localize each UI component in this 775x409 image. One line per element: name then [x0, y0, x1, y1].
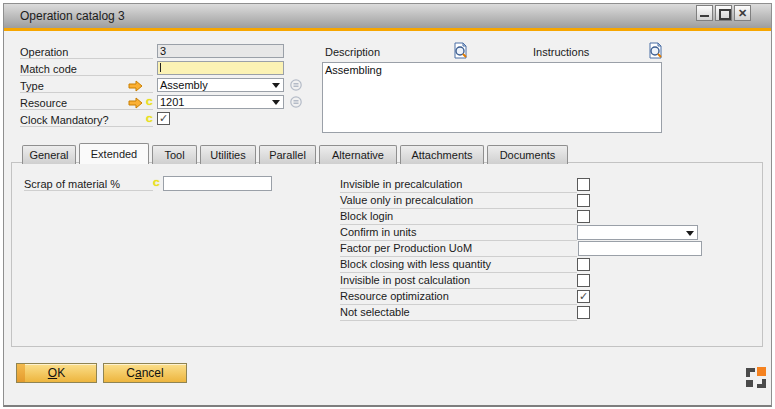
- description-label: Description: [325, 46, 380, 59]
- text-preview-icon[interactable]: [452, 42, 469, 59]
- clock-mandatory-label: Clock Mandatory?: [20, 114, 109, 127]
- extended-row: Factor per Production UoM: [340, 241, 705, 257]
- chevron-down-icon: [272, 83, 280, 88]
- extended-row: Invisible in post calculation: [340, 273, 705, 289]
- match-code-input[interactable]: [157, 61, 284, 75]
- checkbox[interactable]: [577, 178, 590, 191]
- modified-flag: C: [153, 178, 160, 188]
- window-title: Operation catalog 3: [20, 4, 125, 28]
- cancel-button[interactable]: Cancel: [103, 363, 187, 383]
- tab-tool[interactable]: Tool: [152, 145, 197, 164]
- extended-row: Value only in precalculation: [340, 193, 705, 209]
- title-bar[interactable]: Operation catalog 3: [4, 4, 771, 28]
- field-label: Invisible in post calculation: [340, 273, 577, 289]
- accent-line: [4, 28, 771, 31]
- field-label: Block closing with less quantity: [340, 257, 577, 273]
- resource-dropdown[interactable]: 1201: [157, 95, 284, 109]
- field-menu-icon[interactable]: [290, 79, 302, 91]
- beas-logo: [744, 366, 768, 390]
- tab-documents[interactable]: Documents: [487, 145, 568, 164]
- text-input[interactable]: [578, 241, 702, 256]
- maximize-button[interactable]: [715, 5, 732, 21]
- field-label: Not selectable: [340, 305, 577, 321]
- scrap-label: Scrap of material %: [24, 178, 120, 191]
- ok-button-label: OK: [48, 366, 65, 380]
- checkbox[interactable]: [577, 210, 590, 223]
- checkbox[interactable]: [577, 274, 590, 287]
- extended-row: Block login: [340, 209, 705, 225]
- field-label: Factor per Production UoM: [340, 241, 577, 257]
- ok-button[interactable]: OK: [16, 363, 97, 383]
- dropdown[interactable]: [577, 225, 698, 240]
- checkbox[interactable]: [577, 306, 590, 319]
- minimize-button[interactable]: [696, 5, 713, 21]
- field-label: Confirm in units: [340, 225, 577, 241]
- minimize-icon: [700, 15, 709, 17]
- focus-strip: [17, 364, 25, 382]
- maximize-icon: [719, 9, 731, 20]
- resource-value: 1201: [160, 96, 184, 108]
- modified-flag: C: [146, 114, 153, 124]
- tab-utilities[interactable]: Utilities: [200, 145, 256, 164]
- link-arrow-icon[interactable]: [128, 80, 143, 92]
- operation-label: Operation: [20, 46, 68, 59]
- match-code-label: Match code: [20, 63, 77, 76]
- extended-row: Block closing with less quantity: [340, 257, 705, 273]
- tab-alternative[interactable]: Alternative: [319, 145, 397, 164]
- checkbox[interactable]: [577, 194, 590, 207]
- text-preview-icon[interactable]: [647, 42, 664, 59]
- extended-row: Confirm in units: [340, 225, 705, 241]
- close-icon: ✕: [735, 6, 750, 20]
- tab-extended[interactable]: Extended: [79, 143, 149, 164]
- chevron-down-icon: [686, 231, 694, 236]
- field-label: Value only in precalculation: [340, 193, 577, 209]
- description-textarea[interactable]: Assembling: [322, 62, 662, 133]
- operation-field: [157, 44, 284, 58]
- chevron-down-icon: [272, 100, 280, 105]
- field-label: Block login: [340, 209, 577, 225]
- field-menu-icon[interactable]: [290, 96, 302, 108]
- tab-general[interactable]: General: [22, 145, 76, 164]
- tab-attachments[interactable]: Attachments: [400, 145, 484, 164]
- extended-row: Resource optimization✓: [340, 289, 705, 305]
- resource-label: Resource: [20, 97, 67, 110]
- tab-strip: GeneralExtendedToolUtilitiesParallelAlte…: [22, 143, 568, 164]
- close-button[interactable]: ✕: [734, 5, 751, 21]
- tab-parallel[interactable]: Parallel: [259, 145, 316, 164]
- modified-flag: C: [146, 97, 153, 107]
- cancel-button-label: Cancel: [126, 366, 163, 380]
- field-label: Resource optimization: [340, 289, 577, 305]
- instructions-label: Instructions: [533, 46, 589, 59]
- clock-mandatory-checkbox[interactable]: ✓: [157, 112, 170, 125]
- text-caret: [160, 63, 161, 72]
- type-value: Assembly: [160, 79, 208, 91]
- type-dropdown[interactable]: Assembly: [157, 78, 284, 92]
- field-label: Invisible in precalculation: [340, 177, 577, 193]
- scrap-input[interactable]: [163, 176, 272, 191]
- type-label: Type: [20, 80, 44, 93]
- link-arrow-icon[interactable]: [128, 97, 143, 109]
- extended-row: Not selectable: [340, 305, 705, 321]
- checkbox[interactable]: [577, 258, 590, 271]
- operation-catalog-window: Operation catalog 3 ✕ Operation Match co…: [0, 0, 775, 409]
- extended-row: Invisible in precalculation: [340, 177, 705, 193]
- checkbox-checked[interactable]: ✓: [577, 290, 590, 303]
